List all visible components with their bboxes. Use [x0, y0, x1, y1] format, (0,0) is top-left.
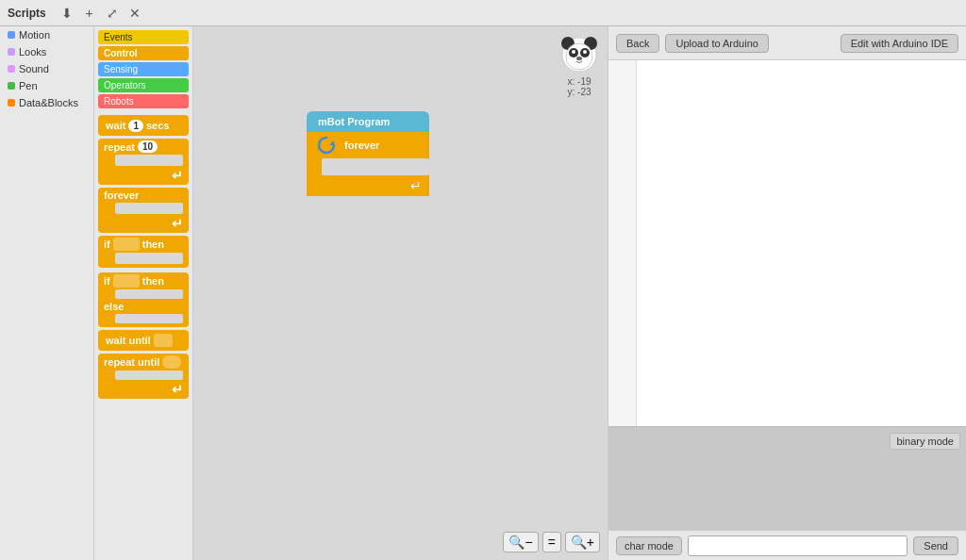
send-button[interactable]: Send	[913, 536, 958, 555]
svg-marker-9	[329, 140, 334, 145]
back-button[interactable]: Back	[616, 34, 659, 53]
zoom-in-button[interactable]: 🔍+	[565, 532, 600, 552]
sidebar-item-motion[interactable]: Motion	[0, 26, 93, 43]
serial-input[interactable]	[688, 535, 908, 556]
data-label: Data&Blocks	[19, 97, 78, 108]
zoom-out-button[interactable]: 🔍−	[503, 532, 538, 552]
svg-point-7	[583, 50, 587, 54]
pen-label: Pen	[19, 80, 38, 91]
block-palette: Events Control Sensing Operators Robots …	[94, 26, 193, 560]
right-panel: Back Upload to Arduino Edit with Arduino…	[608, 26, 966, 560]
sidebar-item-looks[interactable]: Looks	[0, 43, 93, 60]
shrink-icon[interactable]: ✕	[125, 4, 144, 23]
repeat-block[interactable]: repeat 10 ↵	[98, 139, 189, 185]
mbot-program-block[interactable]: mBot Program	[307, 111, 429, 132]
top-bar: Scripts ⬇ + ⤢ ✕	[0, 0, 966, 26]
sound-label: Sound	[19, 63, 49, 74]
serial-output-area: binary mode	[608, 426, 966, 530]
palette-tab-sensing[interactable]: Sensing	[98, 62, 189, 76]
canvas-controls: 🔍− = 🔍+	[503, 532, 600, 552]
sidebar-item-sound[interactable]: Sound	[0, 60, 93, 77]
add-icon[interactable]: +	[80, 4, 99, 23]
scripts-tab[interactable]: Scripts	[8, 7, 46, 20]
program-blocks-container: mBot Program forever	[307, 111, 429, 196]
if-then-block[interactable]: if then	[98, 236, 189, 268]
palette-tab-events[interactable]: Events	[98, 30, 189, 44]
char-mode-button[interactable]: char mode	[616, 536, 682, 555]
line-numbers	[608, 60, 637, 426]
palette-tab-control[interactable]: Control	[98, 46, 189, 60]
edit-arduino-button[interactable]: Edit with Arduino IDE	[841, 34, 958, 53]
right-panel-toolbar: Back Upload to Arduino Edit with Arduino…	[608, 26, 966, 60]
main-area: Motion Looks Sound Pen Data&Blocks Event…	[0, 26, 966, 560]
wait-until-block[interactable]: wait until	[98, 330, 189, 351]
panda-icon	[560, 36, 598, 74]
motion-label: Motion	[19, 29, 50, 41]
palette-tab-operators[interactable]: Operators	[98, 78, 189, 92]
category-sidebar: Motion Looks Sound Pen Data&Blocks	[0, 26, 94, 560]
svg-point-6	[572, 50, 575, 54]
forever-block[interactable]: forever ↵	[98, 188, 189, 233]
download-icon[interactable]: ⬇	[58, 4, 76, 23]
if-then-else-block[interactable]: if then else	[98, 272, 189, 327]
canvas-coords: x: -19 y: -23	[560, 36, 598, 97]
right-panel-bottom: char mode Send	[608, 530, 966, 560]
repeat-until-block[interactable]: repeat until ↵	[98, 354, 189, 399]
code-content	[637, 60, 966, 426]
upload-button[interactable]: Upload to Arduino	[665, 34, 768, 53]
zoom-reset-button[interactable]: =	[542, 532, 561, 552]
sidebar-item-data[interactable]: Data&Blocks	[0, 94, 93, 111]
expand-icon[interactable]: ⤢	[103, 4, 122, 23]
svg-point-8	[576, 57, 582, 60]
script-canvas[interactable]: x: -19 y: -23 mBot Program	[193, 26, 608, 560]
sidebar-item-pen[interactable]: Pen	[0, 77, 93, 94]
binary-mode-label: binary mode	[890, 433, 960, 450]
wait-block[interactable]: wait 1 secs	[98, 115, 189, 136]
code-area	[608, 60, 966, 426]
looks-label: Looks	[19, 46, 46, 58]
loop-arrow-icon	[316, 135, 337, 156]
forever-canvas-block[interactable]: forever ↵	[307, 132, 429, 196]
palette-tab-robots[interactable]: Robots	[98, 94, 189, 108]
